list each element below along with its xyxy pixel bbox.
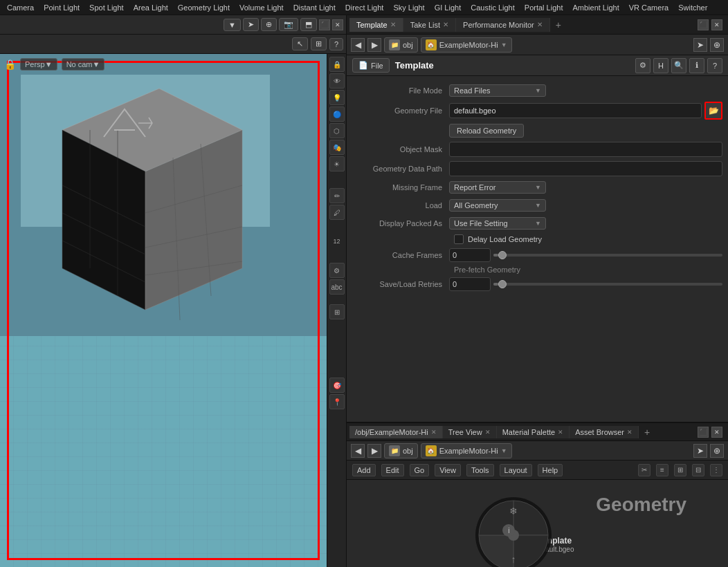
tab-perf-monitor-close[interactable]: ✕ (537, 21, 543, 28)
vp-btn-split[interactable]: ⬒ (300, 18, 317, 31)
bottom-tab-tree-close[interactable]: ✕ (485, 429, 491, 436)
toolbar-list-icon[interactable]: ≡ (656, 464, 668, 476)
menu-camera[interactable]: Camera (3, 2, 38, 13)
side-icon-1[interactable]: 🔒 (329, 57, 345, 72)
toolbar-view-btn[interactable]: View (435, 464, 461, 476)
bottom-nav-back[interactable]: ◀ (351, 444, 365, 458)
tab-template-close[interactable]: ✕ (390, 21, 396, 28)
hdr-info-icon[interactable]: ℹ (689, 58, 704, 73)
bottom-nav-home[interactable]: ➤ (693, 444, 707, 458)
bottom-tab-obj[interactable]: /obj/ExampleMotor-Hi ✕ (349, 426, 443, 438)
tab-take-list-close[interactable]: ✕ (443, 21, 448, 28)
tab-add-btn[interactable]: + (550, 17, 567, 33)
bottom-nav-orbit[interactable]: ⊕ (710, 444, 724, 458)
delay-load-checkbox[interactable] (454, 234, 464, 244)
side-icon-11[interactable]: abc (329, 279, 345, 295)
vp-snp-btn[interactable]: ⊞ (311, 37, 327, 50)
menu-caustic-light[interactable]: Caustic Light (466, 2, 519, 13)
geometry-file-input[interactable] (449, 103, 702, 118)
menu-distant-light[interactable]: Distant Light (289, 2, 340, 13)
nav-forward-btn[interactable]: ▶ (367, 38, 381, 52)
toolbar-tools-btn[interactable]: Tools (466, 464, 494, 476)
hdr-search-icon[interactable]: 🔍 (671, 58, 686, 73)
bottom-nav-forward[interactable]: ▶ (367, 444, 381, 458)
viewport-3d[interactable]: 🔒 Persp▼ No cam▼ (0, 54, 327, 567)
bottom-nav-path-obj[interactable]: 📁 obj (384, 443, 418, 458)
bottom-tab-tree[interactable]: Tree View ✕ (443, 426, 497, 438)
side-icon-10[interactable]: ⚙ (329, 263, 345, 278)
toolbar-edit-btn[interactable]: Edit (381, 464, 404, 476)
cache-frames-input[interactable] (449, 248, 491, 262)
cache-frames-track[interactable] (493, 254, 722, 257)
menu-switcher[interactable]: Switcher (674, 2, 711, 13)
nav-home-btn[interactable]: ➤ (693, 38, 707, 52)
vp-help-btn[interactable]: ? (329, 38, 343, 50)
side-icon-5[interactable]: ⬡ (329, 123, 345, 138)
menu-vr-camera[interactable]: VR Camera (625, 2, 673, 13)
toolbar-add-btn[interactable]: Add (352, 464, 376, 476)
menu-volume-light[interactable]: Volume Light (235, 2, 288, 13)
toolbar-snap-icon[interactable]: ✂ (638, 464, 650, 476)
vp-btn-cam[interactable]: 📷 (279, 18, 298, 31)
side-icon-9[interactable]: 🖊 (329, 205, 345, 220)
toolbar-tiles-icon[interactable]: ⊟ (692, 464, 704, 476)
hdr-h-icon[interactable]: H (653, 58, 668, 73)
tab-take-list[interactable]: Take List ✕ (403, 18, 456, 32)
side-icon-12[interactable]: ⊞ (329, 304, 345, 319)
tab-ctrl-2[interactable]: ✕ (711, 19, 722, 30)
vp-max-btn[interactable]: ⬛ (319, 19, 330, 30)
bottom-tab-obj-close[interactable]: ✕ (431, 429, 437, 436)
menu-sky-light[interactable]: Sky Light (389, 2, 428, 13)
geometry-file-browse-btn[interactable]: 📂 (704, 102, 722, 120)
save-load-input[interactable] (449, 277, 491, 291)
display-packed-dropdown[interactable]: Use File Setting ▼ (449, 217, 546, 230)
load-dropdown[interactable]: All Geometry ▼ (449, 199, 546, 212)
nav-name-container[interactable]: 🏠 ExampleMotor-Hi ▼ (421, 37, 512, 53)
bottom-tab-ctrl-2[interactable]: ✕ (711, 427, 722, 438)
save-load-track[interactable] (493, 283, 722, 286)
save-load-thumb[interactable] (498, 280, 507, 288)
toolbar-help-btn[interactable]: Help (538, 464, 563, 476)
bottom-nav-path-name[interactable]: 🏠 ExampleMotor-Hi ▼ (421, 443, 512, 458)
toolbar-go-btn[interactable]: Go (410, 464, 430, 476)
menu-spot-light[interactable]: Spot Light (85, 2, 128, 13)
tab-ctrl-1[interactable]: ⬛ (698, 19, 709, 30)
toolbar-extra-icon[interactable]: ⋮ (710, 464, 722, 476)
menu-area-light[interactable]: Area Light (129, 2, 172, 13)
file-mode-dropdown[interactable]: Read Files ▼ (449, 84, 546, 97)
geo-data-path-input[interactable] (449, 161, 722, 176)
vp-close-btn[interactable]: ✕ (332, 19, 343, 30)
nav-path-container[interactable]: 📁 obj (384, 37, 418, 53)
toolbar-layout-btn[interactable]: Layout (500, 464, 532, 476)
menu-direct-light[interactable]: Direct Light (341, 2, 388, 13)
bottom-tab-asset-close[interactable]: ✕ (627, 429, 633, 436)
menu-geometry-light[interactable]: Geometry Light (174, 2, 234, 13)
vp-sel-btn[interactable]: ↖ (292, 37, 308, 50)
menu-point-light[interactable]: Point Light (39, 2, 84, 13)
object-mask-input[interactable] (449, 142, 722, 157)
cache-frames-thumb[interactable] (498, 251, 507, 259)
cam-dropdown[interactable]: No cam▼ (62, 58, 105, 71)
bottom-tab-material-close[interactable]: ✕ (558, 429, 563, 436)
missing-frame-dropdown[interactable]: Report Error ▼ (449, 181, 546, 194)
menu-portal-light[interactable]: Portal Light (520, 2, 567, 13)
side-icon-3[interactable]: 💡 (329, 90, 345, 105)
vp-btn-nav[interactable]: ➤ (243, 18, 259, 31)
toolbar-grid-icon[interactable]: ⊞ (674, 464, 686, 476)
vp-btn-1[interactable]: ▼ (224, 19, 241, 31)
side-icon-4[interactable]: 🔵 (329, 106, 345, 122)
file-btn[interactable]: 📄 File (352, 58, 390, 73)
side-icon-6[interactable]: 🎭 (329, 140, 345, 155)
side-icon-cam[interactable]: 🎯 (329, 378, 345, 393)
side-icon-pin[interactable]: 📍 (329, 394, 345, 409)
menu-gi-light[interactable]: GI Light (430, 2, 466, 13)
hdr-gear-icon[interactable]: ⚙ (635, 58, 650, 73)
hdr-help-icon[interactable]: ? (707, 58, 722, 73)
menu-ambient-light[interactable]: Ambient Light (568, 2, 623, 13)
bottom-tab-add[interactable]: + (639, 424, 655, 440)
reload-geometry-btn[interactable]: Reload Geometry (449, 124, 524, 138)
node-area[interactable]: Geometry ❄ (347, 480, 728, 567)
bottom-tab-material[interactable]: Material Palette ✕ (497, 426, 570, 438)
bottom-tab-ctrl-1[interactable]: ⬛ (698, 427, 709, 438)
side-icon-8[interactable]: ✏ (329, 188, 345, 203)
